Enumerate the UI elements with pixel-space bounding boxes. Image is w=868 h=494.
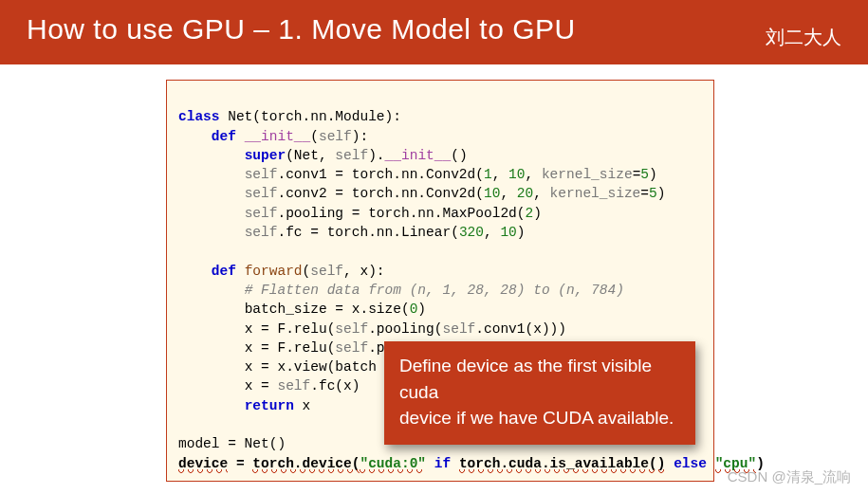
code-line-2: def __init__(self): <box>178 129 368 144</box>
code-line-3: super(Net, self).__init__() <box>178 148 468 163</box>
tooltip-callout: Define device as the first visible cuda … <box>384 341 695 445</box>
blank-line <box>178 244 187 259</box>
code-line-8: def forward(self, x): <box>178 264 385 279</box>
code-line-4: self.conv1 = torch.nn.Conv2d(1, 10, kern… <box>178 167 657 182</box>
slide-title: How to use GPU – 1. Move Model to GPU <box>27 13 576 46</box>
code-line-5: self.conv2 = torch.nn.Conv2d(10, 20, ker… <box>178 186 665 201</box>
watermark-text: CSDN @清泉_流响 <box>728 468 851 486</box>
code-line-10: batch_size = x.size(0) <box>178 302 426 317</box>
slide-header: How to use GPU – 1. Move Model to GPU 刘二… <box>0 0 868 64</box>
tooltip-line-2: device if we have CUDA available. <box>399 408 674 428</box>
code-line-15: return x <box>178 398 310 413</box>
tooltip-line-1: Define device as the first visible cuda <box>399 356 652 402</box>
code-line-7: self.fc = torch.nn.Linear(320, 10) <box>178 225 526 240</box>
slide-author: 刘二大人 <box>766 25 841 50</box>
code-line-11: x = F.relu(self.pooling(self.conv1(x))) <box>178 321 566 337</box>
code-line-13: x = x.view(batch <box>178 359 377 375</box>
code-line-16: model = Net() <box>178 436 286 451</box>
code-line-6: self.pooling = torch.nn.MaxPool2d(2) <box>178 206 542 221</box>
blank-line-2 <box>178 417 187 432</box>
code-line-1: class Net(torch.nn.Module): <box>178 109 401 124</box>
code-line-9: # Flatten data from (n, 1, 28, 28) to (n… <box>178 283 624 298</box>
code-line-14: x = self.fc(x) <box>178 378 360 393</box>
code-line-17: device = torch.device("cuda:0" if torch.… <box>178 456 765 471</box>
